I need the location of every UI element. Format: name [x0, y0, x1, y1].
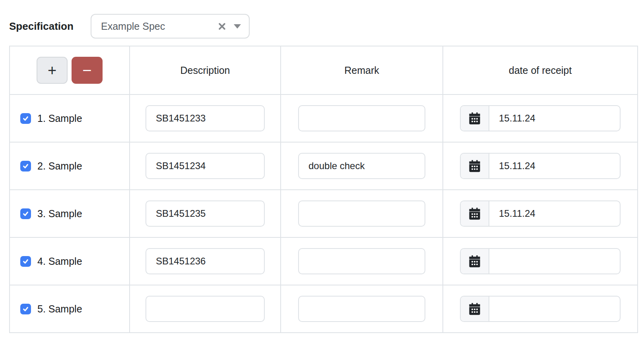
description-input[interactable]: [145, 200, 265, 227]
remark-input[interactable]: [298, 105, 425, 131]
row-checkbox[interactable]: [20, 161, 31, 172]
calendar-icon[interactable]: [461, 106, 489, 131]
samples-table: +− Description Remark date of receipt 1.…: [9, 46, 638, 333]
description-input[interactable]: [145, 105, 265, 131]
calendar-icon[interactable]: [461, 154, 489, 178]
date-input-group: [460, 153, 621, 179]
sample-label: 3. Sample: [37, 208, 82, 220]
date-input-group: [460, 296, 621, 322]
date-input-group: [460, 105, 621, 131]
col-header-description: Description: [130, 46, 281, 94]
row-checkbox[interactable]: [20, 208, 31, 219]
specification-select[interactable]: Example Spec: [91, 14, 250, 39]
add-row-button[interactable]: +: [37, 57, 68, 84]
row-checkbox[interactable]: [20, 304, 31, 314]
date-input[interactable]: [489, 249, 620, 274]
calendar-icon[interactable]: [461, 297, 489, 321]
date-input-group: [460, 200, 621, 227]
calendar-icon[interactable]: [461, 249, 489, 274]
table-row: 2. Sample: [10, 142, 638, 190]
sample-label: 2. Sample: [37, 160, 82, 172]
remark-input[interactable]: [298, 200, 425, 227]
row-actions-header: +−: [10, 46, 130, 94]
table-row: 4. Sample: [10, 237, 638, 285]
remark-input[interactable]: [298, 296, 425, 322]
specification-row: Specification Example Spec: [0, 0, 644, 39]
checkmark-icon: [22, 258, 29, 265]
sample-label: 1. Sample: [37, 113, 82, 124]
date-input[interactable]: [489, 106, 620, 131]
col-header-remark: Remark: [281, 46, 443, 94]
checkmark-icon: [22, 306, 29, 312]
row-checkbox[interactable]: [20, 113, 31, 124]
calendar-icon[interactable]: [461, 201, 489, 226]
table-row: 1. Sample: [10, 94, 638, 142]
remove-row-button[interactable]: −: [72, 57, 103, 84]
col-header-date-of-receipt: date of receipt: [443, 46, 638, 94]
date-input[interactable]: [489, 201, 620, 226]
header-row: +− Description Remark date of receipt: [10, 46, 638, 94]
table-row: 3. Sample: [10, 190, 638, 237]
description-input[interactable]: [145, 296, 265, 322]
remark-input[interactable]: [298, 248, 425, 274]
date-input[interactable]: [489, 154, 620, 178]
row-checkbox[interactable]: [20, 256, 31, 267]
description-input[interactable]: [145, 153, 265, 179]
date-input-group: [460, 248, 621, 274]
sample-label: 5. Sample: [37, 303, 82, 315]
sample-label: 4. Sample: [37, 256, 82, 267]
clear-x-icon[interactable]: [217, 22, 227, 31]
checkmark-icon: [22, 210, 29, 217]
specification-label: Specification: [9, 20, 91, 33]
remark-input[interactable]: [298, 153, 425, 179]
checkmark-icon: [22, 115, 29, 122]
table-row: 5. Sample: [10, 285, 638, 333]
caret-down-icon[interactable]: [234, 24, 241, 29]
date-input[interactable]: [489, 297, 620, 321]
specification-value: Example Spec: [101, 21, 217, 32]
description-input[interactable]: [145, 248, 265, 274]
checkmark-icon: [22, 163, 29, 170]
